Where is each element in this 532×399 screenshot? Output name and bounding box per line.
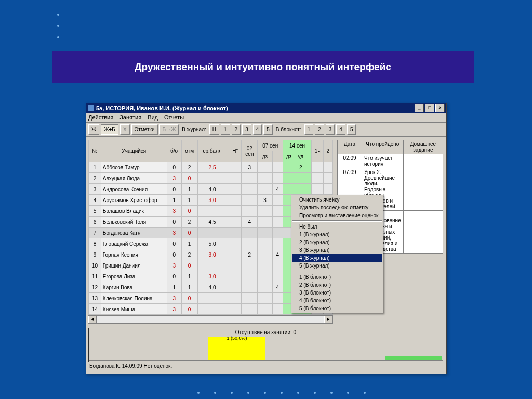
- table-row[interactable]: 3 Андросова Ксения 0 1 4,0 4: [89, 184, 332, 195]
- mode-b2zh-button: Б→Ж: [159, 124, 179, 135]
- notebook-2-button[interactable]: 2: [315, 124, 324, 135]
- slide-bullets: [57, 4, 59, 48]
- menu-item[interactable]: Просмотр и выставление оценок: [292, 211, 382, 219]
- menu-item[interactable]: 2 (В блокнот): [292, 281, 382, 289]
- context-menu[interactable]: Очистить ячейкуУдалить последнюю отметку…: [291, 195, 383, 313]
- scroll-right-button[interactable]: ►: [324, 316, 332, 323]
- menu-view[interactable]: Вид: [148, 114, 158, 121]
- menu-lessons[interactable]: Занятия: [119, 114, 141, 121]
- mode-marks-button[interactable]: Отметки: [131, 124, 158, 135]
- mode-zhb-button[interactable]: Ж+Б: [101, 124, 118, 135]
- menu-item[interactable]: Не был: [292, 223, 382, 231]
- titlebar[interactable]: 5а, ИСТОРИЯ, Иванов И.И. (Журнал и блокн…: [86, 103, 446, 113]
- app-icon: [88, 105, 94, 111]
- absence-chart: Отсутствие на занятии: 0 1 (50,0%): [88, 328, 443, 360]
- menu-item[interactable]: 4 (В блокнот): [292, 297, 382, 304]
- plan-row[interactable]: 02.09Что изучает история: [338, 154, 443, 168]
- menubar[interactable]: Действия Занятия Вид Отчеты: [86, 113, 446, 123]
- journal-3-button[interactable]: 3: [242, 124, 251, 135]
- maximize-button[interactable]: □: [425, 104, 434, 112]
- notebook-1-button[interactable]: 1: [304, 124, 314, 135]
- chart-title: Отсутствие на занятии: 0: [89, 329, 443, 335]
- menu-item[interactable]: 1 (В блокнот): [292, 273, 382, 281]
- journal-1-button[interactable]: 1: [221, 124, 230, 135]
- menu-reports[interactable]: Отчеты: [164, 114, 184, 121]
- journal-label: В журнал:: [182, 127, 206, 132]
- notebook-label: В блокнот:: [276, 127, 301, 132]
- journal-n-button[interactable]: Н: [209, 124, 219, 135]
- mode-x-button: X: [120, 124, 130, 135]
- menu-item[interactable]: 1 (В журнал): [292, 231, 382, 238]
- statusbar: Богданова К. 14.09.09 Нет оценок.: [86, 362, 446, 374]
- journal-5-button[interactable]: 5: [263, 124, 273, 135]
- journal-4-button[interactable]: 4: [253, 124, 262, 135]
- slide-dots-bottom: [197, 392, 366, 394]
- grid-hscroll[interactable]: ◄ ►: [88, 315, 332, 323]
- menu-item[interactable]: 4 (В журнал): [292, 254, 382, 262]
- scroll-left-button[interactable]: ◄: [88, 316, 97, 323]
- notebook-5-button[interactable]: 5: [347, 124, 356, 135]
- app-window: 5а, ИСТОРИЯ, Иванов И.И. (Журнал и блокн…: [86, 103, 447, 374]
- menu-item[interactable]: 5 (В журнал): [292, 262, 382, 270]
- menu-item[interactable]: 3 (В журнал): [292, 246, 382, 254]
- close-button[interactable]: ×: [435, 104, 445, 112]
- menu-item[interactable]: 2 (В журнал): [292, 238, 382, 246]
- chart-bar-label: 1 (50,0%): [208, 336, 265, 341]
- notebook-3-button[interactable]: 3: [326, 124, 335, 135]
- table-row[interactable]: 1 Аббясов Тимур 0 2 2,5 3 2: [89, 162, 332, 173]
- menu-actions[interactable]: Действия: [88, 114, 113, 121]
- toolbar: Ж Ж+Б X Отметки Б→Ж В журнал: Н 1 2 3 4 …: [86, 123, 446, 137]
- window-title: 5а, ИСТОРИЯ, Иванов И.И. (Журнал и блокн…: [96, 105, 228, 111]
- slide-title: Дружественный и интуитивно понятный инте…: [52, 51, 474, 83]
- journal-2-button[interactable]: 2: [232, 124, 241, 135]
- menu-item[interactable]: Удалить последнюю отметку: [292, 204, 382, 211]
- menu-item[interactable]: Очистить ячейку: [292, 196, 382, 204]
- notebook-4-button[interactable]: 4: [336, 124, 345, 135]
- mode-zh-button[interactable]: Ж: [88, 124, 99, 135]
- minimize-button[interactable]: _: [415, 104, 424, 112]
- menu-item[interactable]: 3 (В блокнот): [292, 289, 382, 297]
- menu-item[interactable]: 5 (В блокнот): [292, 304, 382, 312]
- table-row[interactable]: 2 Авхуцкая Люда 3 0: [89, 173, 332, 184]
